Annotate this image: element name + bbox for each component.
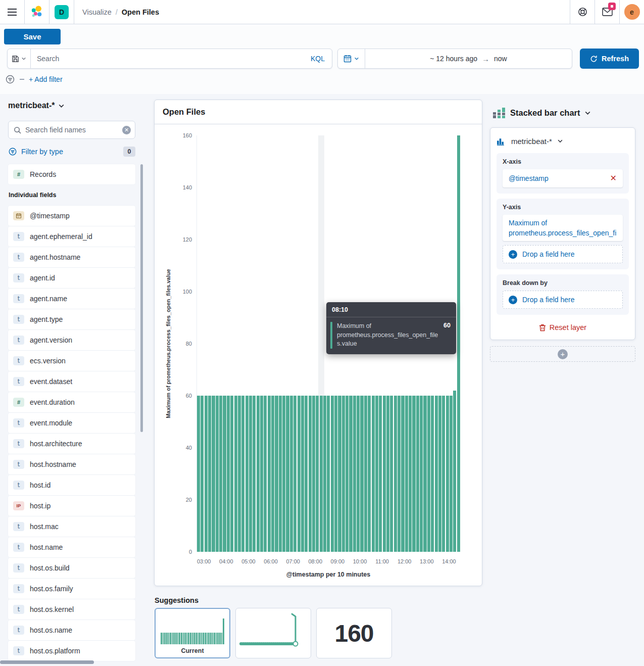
remove-x-dimension-button[interactable]: ✕	[606, 174, 617, 182]
chart-bar[interactable]	[446, 396, 449, 552]
field-item[interactable]: tevent.dataset	[8, 371, 135, 392]
field-item[interactable]: tagent.version	[8, 330, 135, 350]
chart-bar[interactable]	[197, 396, 200, 552]
field-item[interactable]: IPhost.ip	[8, 496, 135, 516]
elastic-logo[interactable]	[25, 0, 49, 24]
field-item[interactable]: tagent.ephemeral_id	[8, 226, 135, 247]
field-item[interactable]: tagent.id	[8, 268, 135, 288]
field-item[interactable]: tagent.type	[8, 309, 135, 329]
field-item[interactable]: thost.os.family	[8, 579, 135, 599]
field-item[interactable]: tagent.hostname	[8, 247, 135, 267]
chart-bar[interactable]	[275, 396, 278, 552]
chart-bar[interactable]	[227, 396, 230, 552]
chart-bar[interactable]	[216, 396, 219, 552]
chart-bar[interactable]	[345, 396, 349, 552]
chart-bar[interactable]	[409, 396, 412, 552]
chart-bar[interactable]	[394, 396, 397, 552]
index-pattern-switcher[interactable]: metricbeat-*	[8, 101, 65, 110]
chart-bar[interactable]	[309, 396, 312, 552]
chart-bar[interactable]	[334, 396, 337, 552]
chart-bar[interactable]	[264, 396, 267, 552]
breadcrumb-visualize[interactable]: Visualize	[82, 8, 112, 16]
chart-bar[interactable]	[230, 396, 233, 552]
chart-bar[interactable]	[423, 396, 426, 552]
chart-bar[interactable]	[401, 396, 404, 552]
chart-bar[interactable]	[212, 396, 215, 552]
chart-bar[interactable]	[438, 396, 441, 552]
field-item[interactable]: thost.architecture	[8, 434, 135, 454]
field-item[interactable]: thost.os.build	[8, 558, 135, 578]
chart-bar[interactable]	[327, 396, 330, 552]
field-item[interactable]: thost.os.name	[8, 620, 135, 640]
layer-index-pattern-switcher[interactable]: metricbeat-*	[497, 134, 629, 148]
chart-bar[interactable]	[268, 396, 271, 552]
field-search-input[interactable]	[21, 126, 122, 134]
saved-query-menu-button[interactable]	[8, 49, 31, 68]
chart-bar[interactable]	[257, 396, 260, 552]
chart-bar[interactable]	[201, 396, 204, 552]
chart-bar[interactable]	[241, 396, 244, 552]
menu-button[interactable]	[0, 0, 24, 24]
field-item[interactable]: tagent.name	[8, 289, 135, 309]
chart-bar[interactable]	[279, 396, 282, 552]
chart-bar[interactable]	[282, 396, 285, 552]
records-field-item[interactable]: # Records	[8, 164, 135, 184]
refresh-button[interactable]: Refresh	[580, 49, 639, 69]
chart-bar[interactable]	[360, 396, 363, 552]
chart-bar[interactable]	[457, 135, 460, 552]
chart-bar[interactable]	[260, 396, 263, 552]
chart-bar[interactable]	[398, 396, 401, 552]
x-axis-dimension[interactable]: @timestamp ✕	[503, 169, 623, 187]
chart-bar[interactable]	[442, 396, 445, 552]
suggestion-current[interactable]: Current	[155, 608, 230, 658]
chart-bar[interactable]	[245, 396, 249, 552]
reset-layer-button[interactable]: Reset layer	[497, 321, 629, 334]
kql-language-button[interactable]: KQL	[304, 55, 332, 63]
save-button[interactable]: Save	[4, 29, 61, 44]
chart-bar[interactable]	[338, 396, 341, 552]
chart-bar[interactable]	[386, 396, 389, 552]
field-item[interactable]: thost.os.platform	[8, 641, 135, 661]
chart-bar[interactable]	[405, 396, 408, 552]
space-switcher[interactable]: D	[49, 0, 74, 24]
chart-bar[interactable]	[375, 396, 378, 552]
chart-bar[interactable]	[357, 396, 360, 552]
search-input[interactable]	[31, 49, 304, 68]
y-axis-drop-target[interactable]: + Drop a field here	[503, 245, 623, 263]
field-item[interactable]: thost.hostname	[8, 454, 135, 474]
chart-bar[interactable]	[286, 396, 289, 552]
chart-bar[interactable]	[290, 396, 293, 552]
sidebar-vertical-scrollbar[interactable]	[140, 164, 143, 432]
time-range-start[interactable]: ~ 12 hours ago	[430, 55, 477, 63]
field-item[interactable]: tevent.module	[8, 413, 135, 433]
time-range-display[interactable]: ~ 12 hours ago → now	[365, 49, 572, 68]
help-menu-button[interactable]	[570, 0, 595, 24]
chart-bar[interactable]	[331, 396, 334, 552]
chart-bar[interactable]	[368, 396, 371, 552]
chart-bar[interactable]	[416, 396, 419, 552]
field-item[interactable]: thost.os.kernel	[8, 599, 135, 620]
add-layer-button[interactable]: +	[490, 346, 635, 362]
field-item[interactable]: tecs.version	[8, 351, 135, 371]
chart-bar[interactable]	[435, 396, 438, 552]
filter-by-type-button[interactable]: Filter by type 0	[8, 145, 135, 159]
chart-bar[interactable]	[301, 396, 304, 552]
chart-bar[interactable]	[342, 396, 345, 552]
chart-bar[interactable]	[420, 396, 423, 552]
break-down-drop-target[interactable]: + Drop a field here	[503, 291, 623, 309]
chart-bar[interactable]	[238, 396, 241, 552]
field-item[interactable]: thost.name	[8, 537, 135, 557]
chart-bar[interactable]	[372, 396, 375, 552]
field-item[interactable]: thost.mac	[8, 516, 135, 537]
chart-bar[interactable]	[412, 396, 415, 552]
user-menu-button[interactable]: e	[620, 0, 644, 24]
y-axis-dimension[interactable]: Maximum of prometheus.process_files_open…	[503, 215, 623, 241]
newsfeed-button[interactable]	[595, 0, 619, 24]
time-range-end[interactable]: now	[494, 55, 507, 63]
chart-bar[interactable]	[305, 396, 308, 552]
chart-bar[interactable]	[390, 396, 393, 552]
field-item[interactable]: #event.duration	[8, 392, 135, 412]
chart-bar[interactable]	[208, 396, 211, 552]
chart-bar[interactable]	[293, 396, 296, 552]
chart-bar[interactable]	[383, 396, 386, 552]
